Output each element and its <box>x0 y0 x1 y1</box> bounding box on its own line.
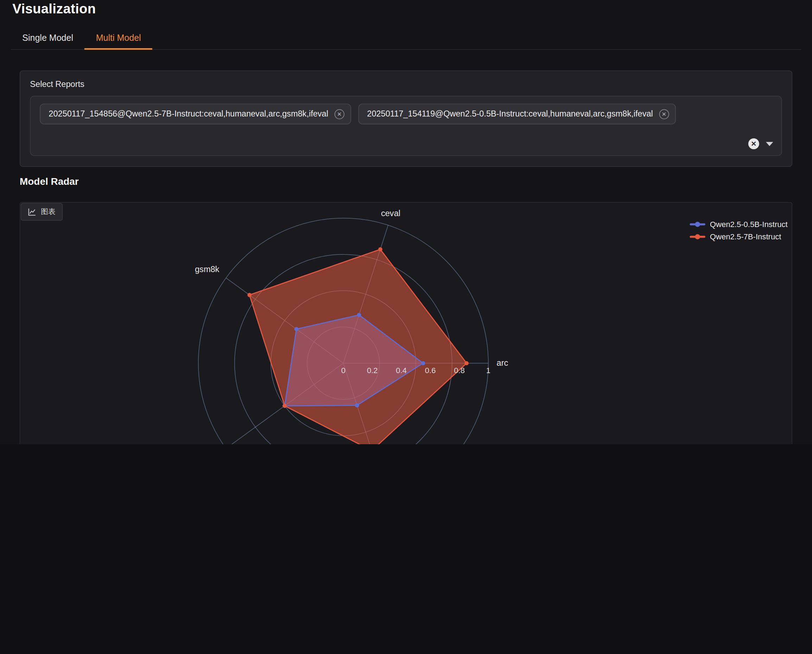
remove-report-icon[interactable]: ✕ <box>334 109 345 119</box>
svg-text:0.2: 0.2 <box>367 366 378 375</box>
report-chip-label: 20250117_154119@Qwen2.5-0.5B-Instruct:ce… <box>367 110 653 119</box>
svg-text:arc: arc <box>497 358 508 367</box>
app-root: Visualization Single Model Multi Model S… <box>0 0 812 444</box>
line-chart-icon <box>28 208 36 216</box>
svg-text:0: 0 <box>341 366 345 375</box>
select-reports-panel: Select Reports 20250117_154856@Qwen2.5-7… <box>20 70 792 167</box>
legend-item[interactable]: Qwen2.5-7B-Instruct <box>690 232 788 241</box>
dropdown-caret-icon[interactable] <box>766 142 773 146</box>
remove-report-icon[interactable]: ✕ <box>659 109 669 119</box>
radar-area-Qwen2.5-7B-Instruct <box>249 249 467 444</box>
legend-label: Qwen2.5-0.5B-Instruct <box>710 220 788 228</box>
clear-all-icon[interactable]: ✕ <box>748 138 759 149</box>
tab-multi-model[interactable]: Multi Model <box>84 29 152 50</box>
legend-dot <box>695 234 700 239</box>
report-chip: 20250117_154119@Qwen2.5-0.5B-Instruct:ce… <box>358 104 676 124</box>
report-chip-label: 20250117_154856@Qwen2.5-7B-Instruct:ceva… <box>49 110 328 119</box>
legend-line-marker <box>690 233 705 240</box>
legend-dot <box>695 222 700 227</box>
chart-type-button[interactable]: 图表 <box>21 203 63 221</box>
multiselect-controls: ✕ <box>748 138 773 149</box>
legend-label: Qwen2.5-7B-Instruct <box>710 232 781 241</box>
svg-text:0.6: 0.6 <box>425 366 436 375</box>
tab-single-model[interactable]: Single Model <box>11 29 84 50</box>
radar-legend: Qwen2.5-0.5B-InstructQwen2.5-7B-Instruct <box>690 220 788 241</box>
page-title: Visualization <box>12 1 96 17</box>
selected-report-chips: 20250117_154856@Qwen2.5-7B-Instruct:ceva… <box>40 104 676 124</box>
reports-multiselect[interactable]: 20250117_154856@Qwen2.5-7B-Instruct:ceva… <box>30 96 782 156</box>
svg-text:0.4: 0.4 <box>396 366 407 375</box>
svg-text:gsm8k: gsm8k <box>195 265 220 274</box>
radar-chart-svg: 00.20.40.60.81arccevalgsm8khumanevalifev… <box>20 203 793 444</box>
select-reports-label: Select Reports <box>30 80 782 89</box>
radar-heading: Model Radar <box>20 176 79 187</box>
chart-button-label: 图表 <box>41 207 55 217</box>
radar-panel: 图表 Qwen2.5-0.5B-InstructQwen2.5-7B-Instr… <box>20 202 792 444</box>
legend-line-marker <box>690 220 705 228</box>
svg-text:0.8: 0.8 <box>454 366 465 375</box>
legend-item[interactable]: Qwen2.5-0.5B-Instruct <box>690 220 788 228</box>
svg-text:1: 1 <box>486 366 490 375</box>
report-chip: 20250117_154856@Qwen2.5-7B-Instruct:ceva… <box>40 104 351 124</box>
svg-text:ceval: ceval <box>381 209 400 218</box>
tab-bar: Single Model Multi Model <box>11 29 801 50</box>
